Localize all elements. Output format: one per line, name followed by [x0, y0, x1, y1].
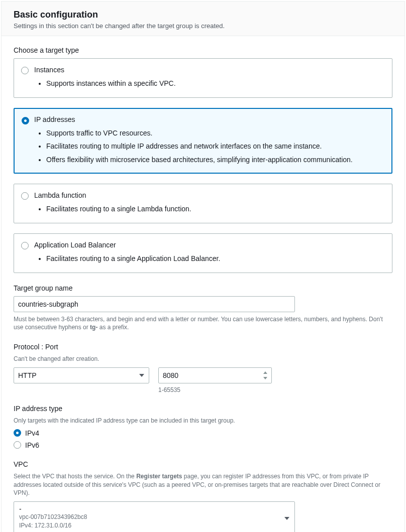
- option-title: Lambda function: [34, 191, 384, 199]
- ip-type-ipv4[interactable]: IPv4: [14, 429, 392, 437]
- ip-type-label: IP address type: [14, 405, 392, 413]
- stepper-down-icon[interactable]: [262, 375, 269, 380]
- helper-bold: Register targets: [136, 473, 182, 480]
- option-title: Instances: [34, 66, 384, 74]
- protocol-select-value[interactable]: [14, 367, 149, 383]
- protocol-port-sublabel: Can't be changed after creation.: [14, 355, 392, 363]
- option-title: IP addresses: [34, 115, 384, 123]
- vpc-select-name: -: [19, 505, 279, 513]
- svg-marker-1: [263, 371, 267, 374]
- bullet: Supports traffic to VPC resources.: [46, 126, 384, 140]
- radio-icon: [21, 192, 29, 200]
- option-bullets: Supports traffic to VPC resources. Facil…: [34, 126, 384, 167]
- radio-icon: [14, 441, 21, 449]
- panel-title: Basic configuration: [14, 10, 392, 20]
- radio-label: IPv6: [25, 441, 39, 449]
- svg-marker-2: [263, 377, 267, 379]
- radio-icon: [21, 242, 29, 249]
- basic-configuration-panel: Basic configuration Settings in this sec…: [1, 1, 405, 532]
- panel-header: Basic configuration Settings in this sec…: [2, 2, 404, 36]
- port-range-hint: 1-65535: [158, 386, 272, 393]
- bullet: Supports instances within a specific VPC…: [46, 77, 384, 90]
- helper-bold: tg-: [90, 324, 97, 331]
- vpc-label: VPC: [14, 460, 392, 468]
- port-stepper: [262, 369, 270, 381]
- protocol-port-row: 1-65535: [14, 367, 392, 393]
- stepper-up-icon[interactable]: [262, 370, 269, 375]
- bullet: Offers flexibility with microservice bas…: [46, 153, 384, 167]
- target-group-name-section: Target group name Must be between 3-63 c…: [14, 284, 392, 332]
- target-type-ip-addresses[interactable]: IP addresses Supports traffic to VPC res…: [14, 108, 392, 174]
- vpc-helper: Select the VPC that hosts the service. O…: [14, 472, 392, 497]
- ip-type-sublabel: Only targets with the indicated IP addre…: [14, 417, 392, 425]
- panel-body: Choose a target type Instances Supports …: [2, 36, 404, 532]
- radio-label: IPv4: [25, 429, 39, 437]
- radio-icon: [22, 117, 29, 124]
- helper-text: Select the VPC that hosts the service. O…: [14, 473, 136, 480]
- target-group-name-label: Target group name: [14, 284, 392, 292]
- target-group-name-input[interactable]: [14, 296, 295, 312]
- option-bullets: Facilitates routing to a single Lambda f…: [34, 202, 384, 216]
- bullet: Facilitates routing to a single Lambda f…: [46, 202, 384, 216]
- panel-subtitle: Settings in this section can't be change…: [14, 22, 392, 30]
- target-type-instances[interactable]: Instances Supports instances within a sp…: [14, 58, 392, 98]
- port-input[interactable]: [158, 367, 272, 383]
- radio-icon: [21, 67, 29, 74]
- protocol-port-section: Protocol : Port Can't be changed after c…: [14, 343, 392, 393]
- helper-text: as a prefix.: [97, 324, 129, 331]
- port-column: 1-65535: [158, 367, 272, 393]
- option-title: Application Load Balancer: [34, 241, 384, 249]
- port-input-wrap: [158, 367, 272, 383]
- protocol-select[interactable]: [14, 367, 149, 383]
- target-group-name-helper: Must be between 3-63 characters, and beg…: [14, 315, 392, 332]
- helper-text: Must be between 3-63 characters, and beg…: [14, 316, 383, 331]
- target-type-section: Choose a target type Instances Supports …: [14, 46, 392, 273]
- radio-icon: [14, 429, 21, 437]
- svg-marker-3: [284, 517, 289, 520]
- target-type-alb[interactable]: Application Load Balancer Facilitates ro…: [14, 233, 392, 273]
- vpc-section: VPC Select the VPC that hosts the servic…: [14, 460, 392, 532]
- ip-type-ipv6[interactable]: IPv6: [14, 441, 392, 449]
- caret-down-icon: [284, 513, 289, 521]
- bullet: Facilitates routing to multiple IP addre…: [46, 140, 384, 153]
- target-type-label: Choose a target type: [14, 46, 392, 54]
- protocol-port-label: Protocol : Port: [14, 343, 392, 351]
- option-bullets: Supports instances within a specific VPC…: [34, 77, 384, 90]
- vpc-select-cidr: IPv4: 172.31.0.0/16: [19, 521, 279, 530]
- target-type-lambda[interactable]: Lambda function Facilitates routing to a…: [14, 184, 392, 223]
- target-type-options: Instances Supports instances within a sp…: [14, 58, 392, 273]
- option-bullets: Facilitates routing to a single Applicat…: [34, 252, 384, 265]
- vpc-select-id: vpc-007b7102343962bc8: [19, 513, 279, 521]
- bullet: Facilitates routing to a single Applicat…: [46, 252, 384, 265]
- ip-type-section: IP address type Only targets with the in…: [14, 405, 392, 449]
- vpc-select[interactable]: - vpc-007b7102343962bc8 IPv4: 172.31.0.0…: [14, 501, 295, 532]
